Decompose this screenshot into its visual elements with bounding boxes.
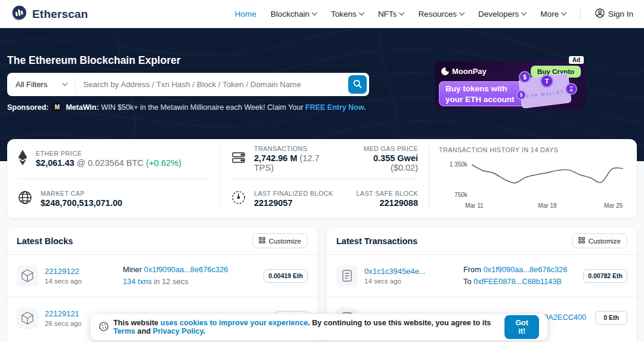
finalized-block-value[interactable]: 22129057 bbox=[254, 198, 333, 208]
to-label: To bbox=[463, 277, 473, 286]
gauge-icon bbox=[231, 190, 246, 207]
etherscan-logo-icon bbox=[11, 5, 27, 24]
coin-icon: Ξ bbox=[565, 83, 577, 95]
server-icon bbox=[231, 151, 246, 167]
block-row: 22129122 14 secs ago Miner 0x1f9090aa...… bbox=[7, 255, 317, 297]
nav-item-home[interactable]: Home bbox=[235, 10, 256, 19]
safe-block-value[interactable]: 22129088 bbox=[356, 198, 418, 208]
sponsor-link[interactable]: FREE Entry Now. bbox=[305, 103, 366, 112]
svg-text:1 350k: 1 350k bbox=[450, 161, 468, 168]
nav-item-blockchain[interactable]: Blockchain bbox=[271, 10, 317, 19]
txn-age: 14 secs ago bbox=[364, 278, 457, 285]
sponsored-label: Sponsored: bbox=[7, 103, 48, 112]
ad-badge: Ad bbox=[569, 56, 584, 64]
latest-blocks-title: Latest Blocks bbox=[17, 236, 73, 246]
coin-icon: $ bbox=[519, 71, 531, 83]
chevron-down-icon bbox=[521, 10, 527, 16]
customize-button[interactable]: Customize bbox=[572, 233, 627, 248]
txn-amount-badge: 0 Eth bbox=[595, 311, 627, 325]
txn-hash-link[interactable]: 0x1c1c3945e4e... bbox=[364, 267, 457, 276]
cube-icon bbox=[17, 265, 38, 286]
etherscan-brand[interactable]: Etherscan bbox=[11, 5, 88, 24]
cookie-icon bbox=[99, 322, 109, 333]
top-navigation: Etherscan Home Blockchain Tokens NFTs Re… bbox=[0, 0, 644, 28]
eth-diamond-icon bbox=[18, 150, 27, 168]
document-icon bbox=[336, 265, 358, 286]
txns-link[interactable]: 134 txns bbox=[123, 277, 151, 286]
from-label: From bbox=[463, 265, 483, 274]
transaction-history-chart: TRANSACTION HISTORY IN 14 DAYS 1 350k 75… bbox=[429, 139, 637, 218]
metawin-icon: M bbox=[52, 102, 62, 112]
block-number-link[interactable]: 22129122 bbox=[45, 267, 116, 276]
search-input[interactable] bbox=[76, 80, 348, 89]
moonpay-brand: MoonPay bbox=[441, 67, 487, 76]
network-stats-card: ETHER PRICE $2,061.43 @ 0.023564 BTC (+0… bbox=[7, 139, 637, 218]
cookie-policy-link[interactable]: uses cookies to improve your experience bbox=[160, 319, 308, 327]
block-duration: in 12 secs bbox=[151, 277, 188, 286]
chevron-down-icon bbox=[459, 10, 465, 16]
sponsored-banner: Sponsored: M MetaWin: WIN $50k+ in the M… bbox=[7, 102, 366, 112]
cookie-text: This website uses cookies to improve you… bbox=[113, 319, 494, 335]
filter-dropdown[interactable]: All Filters bbox=[7, 80, 75, 89]
miner-label: Miner bbox=[123, 265, 144, 274]
cube-icon bbox=[17, 307, 38, 329]
miner-link[interactable]: 0x1f9090aa...8e676c326 bbox=[144, 265, 228, 274]
nav-item-nfts[interactable]: NFTs bbox=[378, 10, 404, 19]
market-cap-value[interactable]: $248,700,513,071.00 bbox=[41, 198, 122, 208]
chevron-down-icon bbox=[561, 10, 567, 16]
transactions-value[interactable]: 2,742.96 M (12.7 TPS) bbox=[254, 153, 338, 172]
grid-icon bbox=[578, 237, 585, 245]
transaction-row: 0x1c1c3945e4e... 14 secs ago From 0x1f90… bbox=[327, 255, 637, 297]
search-button[interactable] bbox=[348, 75, 367, 94]
ether-price-label: ETHER PRICE bbox=[36, 150, 181, 157]
page-title: The Ethereum Blockchain Explorer bbox=[7, 54, 181, 67]
got-it-button[interactable]: Got it! bbox=[504, 315, 539, 339]
nav-links: Home Blockchain Tokens NFTs Resources De… bbox=[235, 8, 633, 20]
txn-amount-badge: 0.00782 Eth bbox=[583, 269, 627, 283]
nav-item-resources[interactable]: Resources bbox=[418, 10, 464, 19]
coin-icon: $ bbox=[516, 90, 526, 100]
search-icon bbox=[353, 79, 362, 90]
svg-text:750k: 750k bbox=[454, 192, 468, 198]
brand-name: Etherscan bbox=[32, 8, 88, 21]
market-cap-label: MARKET CAP bbox=[41, 190, 122, 197]
terms-link[interactable]: Terms bbox=[113, 327, 135, 335]
med-gas-label: MED GAS PRICE bbox=[346, 145, 418, 152]
finalized-block-label: LAST FINALIZED BLOCK bbox=[254, 190, 333, 197]
ether-price-value[interactable]: $2,061.43 @ 0.023564 BTC (+0.62%) bbox=[36, 158, 181, 168]
chevron-down-icon bbox=[358, 10, 364, 16]
chevron-down-icon bbox=[62, 80, 68, 86]
safe-block-label: LAST SAFE BLOCK bbox=[356, 190, 418, 197]
from-address-link[interactable]: 0x1f9090aa...8e676c326 bbox=[483, 265, 567, 274]
med-gas-value[interactable]: 0.355 Gwei ($0.02) bbox=[346, 153, 418, 172]
nav-item-more[interactable]: More bbox=[540, 10, 566, 19]
transactions-label: TRANSACTIONS bbox=[254, 145, 338, 152]
sponsor-name: MetaWin: bbox=[66, 103, 98, 112]
nav-separator bbox=[580, 9, 581, 20]
sponsor-text: WIN $50k+ in the Metawin Millionaire eac… bbox=[99, 103, 305, 112]
chart-title: TRANSACTION HISTORY IN 14 DAYS bbox=[439, 146, 627, 153]
coin-icon: T bbox=[540, 75, 553, 88]
svg-text:Mar 25: Mar 25 bbox=[604, 202, 623, 209]
globe-icon bbox=[18, 190, 32, 207]
customize-button[interactable]: Customize bbox=[252, 233, 308, 248]
block-reward-badge: 0.00419 Eth bbox=[264, 269, 308, 283]
svg-text:Mar 11: Mar 11 bbox=[465, 202, 484, 209]
latest-transactions-title: Latest Transactions bbox=[336, 236, 417, 246]
line-chart: 1 350k 750k Mar 11 Mar 18 Mar 25 bbox=[439, 155, 627, 214]
grid-icon bbox=[259, 237, 265, 245]
svg-text:Mar 18: Mar 18 bbox=[538, 202, 557, 209]
to-address-link[interactable]: 0xfFEE0878...C68b1143B bbox=[473, 277, 562, 286]
nav-item-tokens[interactable]: Tokens bbox=[331, 10, 364, 19]
chevron-down-icon bbox=[399, 10, 405, 16]
cookie-consent-banner: This website uses cookies to improve you… bbox=[91, 314, 547, 340]
search-bar: All Filters bbox=[7, 73, 369, 96]
block-age: 14 secs ago bbox=[45, 278, 116, 285]
sign-in-button[interactable]: Sign In bbox=[595, 8, 633, 20]
moonpay-ad-banner[interactable]: Ad MoonPay Buy Crypto Buy tokens with yo… bbox=[435, 61, 586, 109]
privacy-policy-link[interactable]: Privacy Policy bbox=[153, 327, 203, 335]
chevron-down-icon bbox=[312, 10, 318, 16]
moonpay-icon bbox=[441, 67, 449, 75]
nav-item-developers[interactable]: Developers bbox=[478, 10, 526, 19]
user-icon bbox=[595, 8, 605, 20]
